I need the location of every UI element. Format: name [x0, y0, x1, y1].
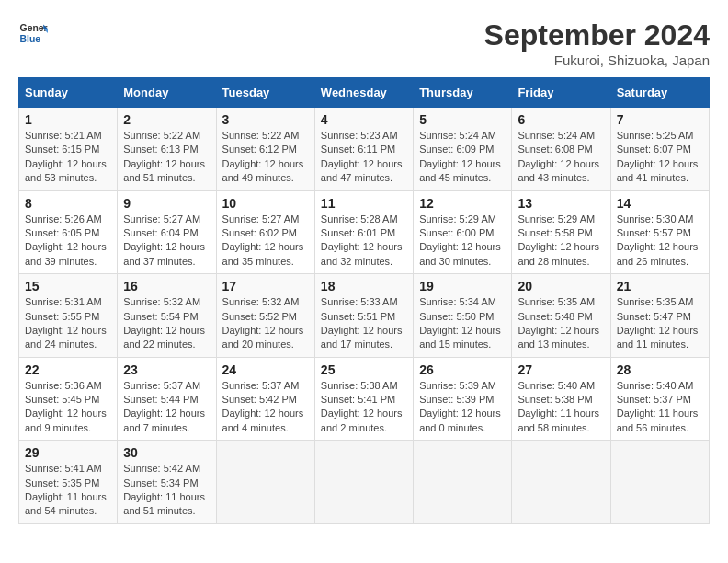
day-number: 5	[419, 112, 506, 127]
day-info: Sunrise: 5:35 AMSunset: 5:48 PMDaylight:…	[518, 295, 604, 352]
day-info: Sunrise: 5:21 AMSunset: 6:15 PMDaylight:…	[25, 129, 111, 186]
calendar-cell: 4Sunrise: 5:23 AMSunset: 6:11 PMDaylight…	[314, 108, 413, 191]
day-info: Sunrise: 5:29 AMSunset: 5:58 PMDaylight:…	[518, 213, 604, 270]
calendar-cell: 28Sunrise: 5:40 AMSunset: 5:37 PMDayligh…	[610, 357, 709, 441]
day-number: 24	[222, 362, 309, 377]
day-info: Sunrise: 5:32 AMSunset: 5:52 PMDaylight:…	[222, 295, 309, 352]
calendar-cell: 11Sunrise: 5:28 AMSunset: 6:01 PMDayligh…	[314, 190, 413, 274]
calendar-cell: 15Sunrise: 5:31 AMSunset: 5:55 PMDayligh…	[19, 274, 118, 358]
logo: General Blue	[18, 18, 48, 48]
calendar-cell: 22Sunrise: 5:36 AMSunset: 5:45 PMDayligh…	[19, 357, 118, 441]
calendar-cell: 16Sunrise: 5:32 AMSunset: 5:54 PMDayligh…	[118, 274, 216, 358]
day-number: 11	[321, 196, 407, 211]
day-info: Sunrise: 5:42 AMSunset: 5:34 PMDaylight:…	[123, 462, 210, 519]
day-info: Sunrise: 5:22 AMSunset: 6:13 PMDaylight:…	[123, 129, 210, 186]
day-info: Sunrise: 5:36 AMSunset: 5:45 PMDaylight:…	[25, 379, 111, 436]
weekday-header: Tuesday	[216, 78, 314, 108]
day-number: 12	[419, 196, 506, 211]
weekday-header-row: SundayMondayTuesdayWednesdayThursdayFrid…	[19, 78, 710, 108]
day-info: Sunrise: 5:37 AMSunset: 5:42 PMDaylight:…	[222, 379, 309, 436]
day-info: Sunrise: 5:24 AMSunset: 6:08 PMDaylight:…	[518, 129, 604, 186]
weekday-header: Wednesday	[314, 78, 413, 108]
weekday-header: Monday	[118, 78, 216, 108]
calendar-cell: 14Sunrise: 5:30 AMSunset: 5:57 PMDayligh…	[610, 190, 709, 274]
day-info: Sunrise: 5:37 AMSunset: 5:44 PMDaylight:…	[123, 379, 210, 436]
day-info: Sunrise: 5:38 AMSunset: 5:41 PMDaylight:…	[321, 379, 407, 436]
calendar-cell: 23Sunrise: 5:37 AMSunset: 5:44 PMDayligh…	[118, 357, 216, 441]
day-number: 1	[25, 112, 111, 127]
calendar-cell: 8Sunrise: 5:26 AMSunset: 6:05 PMDaylight…	[19, 190, 118, 274]
day-info: Sunrise: 5:28 AMSunset: 6:01 PMDaylight:…	[321, 213, 407, 270]
day-info: Sunrise: 5:27 AMSunset: 6:02 PMDaylight:…	[222, 213, 309, 270]
calendar-cell	[512, 441, 610, 524]
calendar-cell: 27Sunrise: 5:40 AMSunset: 5:38 PMDayligh…	[512, 357, 610, 441]
day-info: Sunrise: 5:22 AMSunset: 6:12 PMDaylight:…	[222, 129, 309, 186]
title-block: September 2024 Fukuroi, Shizuoka, Japan	[484, 18, 710, 68]
calendar-cell: 19Sunrise: 5:34 AMSunset: 5:50 PMDayligh…	[414, 274, 512, 358]
day-number: 20	[518, 279, 604, 293]
day-info: Sunrise: 5:31 AMSunset: 5:55 PMDaylight:…	[25, 295, 111, 352]
calendar-cell	[216, 441, 314, 524]
calendar-week-row: 8Sunrise: 5:26 AMSunset: 6:05 PMDaylight…	[19, 190, 710, 274]
day-number: 23	[123, 362, 210, 377]
day-info: Sunrise: 5:26 AMSunset: 6:05 PMDaylight:…	[25, 213, 111, 270]
weekday-header: Friday	[512, 78, 610, 108]
calendar-cell: 5Sunrise: 5:24 AMSunset: 6:09 PMDaylight…	[414, 108, 512, 191]
day-info: Sunrise: 5:23 AMSunset: 6:11 PMDaylight:…	[321, 129, 407, 186]
day-info: Sunrise: 5:41 AMSunset: 5:35 PMDaylight:…	[25, 462, 111, 519]
calendar-cell: 26Sunrise: 5:39 AMSunset: 5:39 PMDayligh…	[414, 357, 512, 441]
calendar-cell: 29Sunrise: 5:41 AMSunset: 5:35 PMDayligh…	[19, 441, 118, 524]
day-info: Sunrise: 5:39 AMSunset: 5:39 PMDaylight:…	[419, 379, 506, 436]
calendar-table: SundayMondayTuesdayWednesdayThursdayFrid…	[18, 77, 710, 524]
calendar-cell: 6Sunrise: 5:24 AMSunset: 6:08 PMDaylight…	[512, 108, 610, 191]
calendar-cell: 9Sunrise: 5:27 AMSunset: 6:04 PMDaylight…	[118, 190, 216, 274]
calendar-cell: 20Sunrise: 5:35 AMSunset: 5:48 PMDayligh…	[512, 274, 610, 358]
calendar-cell: 18Sunrise: 5:33 AMSunset: 5:51 PMDayligh…	[314, 274, 413, 358]
month-title: September 2024	[484, 18, 710, 52]
day-info: Sunrise: 5:30 AMSunset: 5:57 PMDaylight:…	[617, 213, 703, 270]
day-number: 26	[419, 362, 506, 377]
day-number: 6	[518, 112, 604, 127]
day-number: 13	[518, 196, 604, 211]
day-number: 30	[123, 445, 210, 460]
calendar-cell	[314, 441, 413, 524]
day-number: 16	[123, 279, 210, 293]
day-info: Sunrise: 5:27 AMSunset: 6:04 PMDaylight:…	[123, 213, 210, 270]
calendar-cell: 7Sunrise: 5:25 AMSunset: 6:07 PMDaylight…	[610, 108, 709, 191]
calendar-cell: 21Sunrise: 5:35 AMSunset: 5:47 PMDayligh…	[610, 274, 709, 358]
day-number: 27	[518, 362, 604, 377]
day-info: Sunrise: 5:35 AMSunset: 5:47 PMDaylight:…	[617, 295, 703, 352]
calendar-cell	[610, 441, 709, 524]
svg-text:Blue: Blue	[20, 34, 41, 44]
calendar-cell: 1Sunrise: 5:21 AMSunset: 6:15 PMDaylight…	[19, 108, 118, 191]
day-info: Sunrise: 5:34 AMSunset: 5:50 PMDaylight:…	[419, 295, 506, 352]
calendar-cell: 10Sunrise: 5:27 AMSunset: 6:02 PMDayligh…	[216, 190, 314, 274]
day-number: 15	[25, 279, 111, 293]
day-info: Sunrise: 5:33 AMSunset: 5:51 PMDaylight:…	[321, 295, 407, 352]
day-number: 29	[25, 445, 111, 460]
day-info: Sunrise: 5:24 AMSunset: 6:09 PMDaylight:…	[419, 129, 506, 186]
day-number: 7	[617, 112, 703, 127]
day-info: Sunrise: 5:29 AMSunset: 6:00 PMDaylight:…	[419, 213, 506, 270]
day-number: 14	[617, 196, 703, 211]
calendar-cell: 30Sunrise: 5:42 AMSunset: 5:34 PMDayligh…	[118, 441, 216, 524]
location-subtitle: Fukuroi, Shizuoka, Japan	[484, 52, 710, 68]
calendar-cell: 17Sunrise: 5:32 AMSunset: 5:52 PMDayligh…	[216, 274, 314, 358]
day-number: 2	[123, 112, 210, 127]
calendar-cell	[414, 441, 512, 524]
calendar-cell: 24Sunrise: 5:37 AMSunset: 5:42 PMDayligh…	[216, 357, 314, 441]
day-info: Sunrise: 5:40 AMSunset: 5:37 PMDaylight:…	[617, 379, 703, 436]
weekday-header: Sunday	[19, 78, 118, 108]
calendar-cell: 13Sunrise: 5:29 AMSunset: 5:58 PMDayligh…	[512, 190, 610, 274]
day-number: 22	[25, 362, 111, 377]
calendar-week-row: 15Sunrise: 5:31 AMSunset: 5:55 PMDayligh…	[19, 274, 710, 358]
calendar-cell: 3Sunrise: 5:22 AMSunset: 6:12 PMDaylight…	[216, 108, 314, 191]
day-number: 21	[617, 279, 703, 293]
logo-icon: General Blue	[18, 18, 48, 48]
day-number: 8	[25, 196, 111, 211]
weekday-header: Thursday	[414, 78, 512, 108]
day-number: 17	[222, 279, 309, 293]
day-number: 25	[321, 362, 407, 377]
calendar-week-row: 29Sunrise: 5:41 AMSunset: 5:35 PMDayligh…	[19, 441, 710, 524]
page-header: General Blue September 2024 Fukuroi, Shi…	[18, 18, 710, 68]
